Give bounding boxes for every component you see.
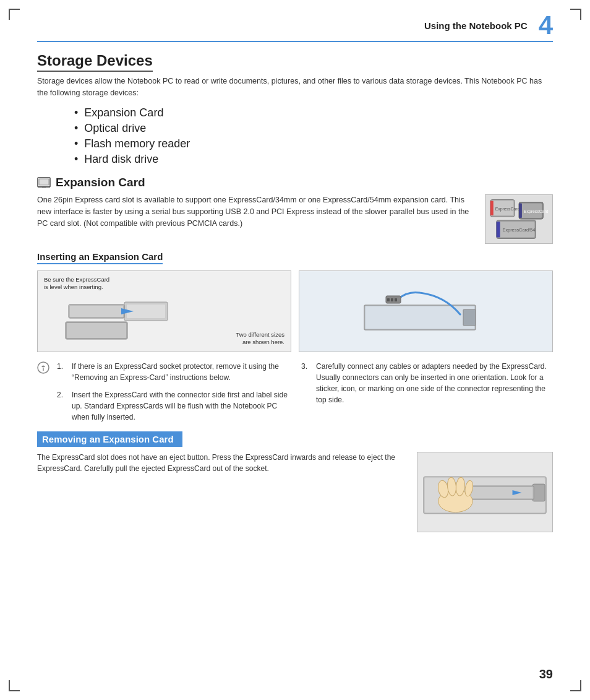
step-1: 1. If there is an ExpressCard socket pro… xyxy=(37,361,289,383)
main-content: Using the Notebook PC 4 Storage Devices … xyxy=(37,0,553,532)
diagram-row: Be sure the ExpressCardis level when ins… xyxy=(37,270,553,352)
steps-right: 3. Carefully connect any cables or adapt… xyxy=(301,361,553,423)
list-item-expansion: Expansion Card xyxy=(74,106,553,119)
diagram-box-1: Be sure the ExpressCardis level when ins… xyxy=(37,270,291,352)
svg-rect-27 xyxy=(387,298,390,301)
expansion-card-title-text: Expansion Card xyxy=(56,176,145,189)
list-item-flash: Flash memory reader xyxy=(74,137,553,150)
svg-point-30 xyxy=(38,362,49,373)
storage-devices-list: Expansion Card Optical drive Flash memor… xyxy=(74,106,553,166)
expansion-card-image: ExpressCard ExpressCard ExpressCard/54 xyxy=(485,194,553,244)
corner-mark-tl xyxy=(9,9,20,20)
svg-text:ExpressCard: ExpressCard xyxy=(524,209,549,214)
removing-heading: Removing an Expansion Card xyxy=(37,431,182,447)
header-bar: Using the Notebook PC 4 xyxy=(37,12,553,42)
corner-mark-tr xyxy=(570,9,581,20)
list-item-expansion-text: Expansion Card xyxy=(84,106,163,119)
expansion-card-body-row: One 26pin Express card slot is available… xyxy=(37,194,553,244)
svg-rect-22 xyxy=(67,323,126,338)
svg-rect-19 xyxy=(70,306,123,317)
step3-text: Carefully connect any cables or adapters… xyxy=(316,361,553,405)
list-item-optical: Optical drive xyxy=(74,122,553,135)
diagram1-label-br: Two different sizesare shown here. xyxy=(236,331,284,347)
removing-section: Removing an Expansion Card The ExpressCa… xyxy=(37,431,553,532)
list-item-hdd-text: Hard disk drive xyxy=(84,153,158,166)
svg-text:ExpressCard/54: ExpressCard/54 xyxy=(502,227,535,232)
page: Using the Notebook PC 4 Storage Devices … xyxy=(0,0,590,700)
inserting-section: Inserting an Expansion Card Be sure the … xyxy=(37,251,553,423)
svg-rect-14 xyxy=(497,221,500,237)
step-2: 2. Insert the ExpressCard with the conne… xyxy=(37,389,289,423)
list-item-hdd: Hard disk drive xyxy=(74,153,553,166)
removing-diagram xyxy=(417,452,553,532)
steps-grid: 1. If there is an ExpressCard socket pro… xyxy=(37,361,553,423)
notebook-icon xyxy=(37,176,53,189)
removing-body-text: The ExpressCard slot does not have an ej… xyxy=(37,452,408,475)
list-item-flash-text: Flash memory reader xyxy=(84,137,190,150)
storage-devices-heading: Storage Devices xyxy=(37,52,153,72)
svg-rect-28 xyxy=(391,298,393,301)
svg-text:ExpressCard: ExpressCard xyxy=(495,207,520,212)
svg-rect-1 xyxy=(39,179,49,185)
svg-rect-6 xyxy=(490,201,494,215)
step3-number: 3. xyxy=(301,361,312,372)
svg-rect-35 xyxy=(532,484,545,501)
svg-rect-25 xyxy=(463,309,476,326)
inserting-heading: Inserting an Expansion Card xyxy=(37,251,163,264)
step1-number: 1. xyxy=(57,361,68,372)
corner-mark-bl xyxy=(9,680,20,691)
list-item-optical-text: Optical drive xyxy=(84,122,146,135)
steps-left: 1. If there is an ExpressCard socket pro… xyxy=(37,361,289,423)
step-3: 3. Carefully connect any cables or adapt… xyxy=(301,361,553,405)
expansion-card-heading: Expansion Card xyxy=(37,176,553,189)
step1-icon xyxy=(37,361,53,374)
removing-row: The ExpressCard slot does not have an ej… xyxy=(37,452,553,532)
svg-rect-10 xyxy=(519,203,522,218)
step2-number: 2. xyxy=(57,389,68,400)
svg-rect-3 xyxy=(42,187,46,188)
page-number: 39 xyxy=(539,667,553,681)
storage-devices-intro: Storage devices allow the Notebook PC to… xyxy=(37,76,553,99)
header-title: Using the Notebook PC xyxy=(424,20,528,31)
diagram-box-2 xyxy=(299,270,553,352)
chapter-number: 4 xyxy=(539,12,553,38)
corner-mark-br xyxy=(570,680,581,691)
step2-text: Insert the ExpressCard with the connecto… xyxy=(72,389,289,423)
expansion-card-body-text: One 26pin Express card slot is available… xyxy=(37,194,475,230)
step1-text: If there is an ExpressCard socket protec… xyxy=(72,361,289,383)
svg-rect-29 xyxy=(395,298,397,301)
svg-rect-37 xyxy=(468,487,532,498)
expansion-card-section: Expansion Card One 26pin Express card sl… xyxy=(37,176,553,244)
svg-rect-24 xyxy=(366,306,474,329)
storage-devices-section: Storage Devices Storage devices allow th… xyxy=(37,52,553,166)
